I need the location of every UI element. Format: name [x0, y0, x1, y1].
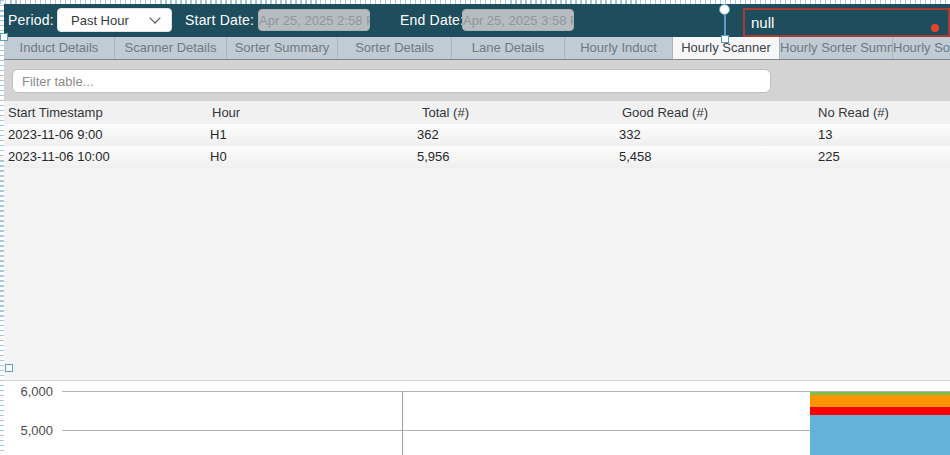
period-select[interactable]: Past Hour — [57, 8, 172, 32]
cell-good-read: 5,458 — [614, 146, 814, 168]
filter-table-input[interactable] — [12, 69, 771, 93]
tab-sorter-summary[interactable]: Sorter Summary — [227, 37, 338, 59]
cell-hour: H0 — [204, 146, 411, 168]
bar-segment-blue-good-read — [810, 415, 950, 455]
start-date-label: Start Date: — [185, 12, 254, 28]
bar-segment-orange — [810, 395, 950, 407]
end-date-input[interactable] — [462, 9, 574, 31]
column-header-start-timestamp[interactable]: Start Timestamp — [4, 101, 204, 124]
ruler-top — [0, 0, 950, 4]
cell-start-timestamp: 2023-11-06 10:00 — [4, 146, 204, 168]
filter-panel — [4, 60, 950, 101]
selection-handle-left-chart[interactable] — [5, 364, 13, 372]
table-row[interactable]: 2023-11-06 10:00 H0 5,956 5,458 225 — [4, 146, 950, 168]
column-header-no-read[interactable]: No Read (#) — [814, 101, 950, 124]
start-date-input[interactable] — [258, 9, 370, 31]
stacked-bar-h0[interactable] — [810, 392, 950, 455]
tab-sorter-details[interactable]: Sorter Details — [338, 37, 452, 59]
cell-start-timestamp: 2023-11-06 9:00 — [4, 124, 204, 146]
chevron-down-icon — [149, 12, 160, 23]
tab-hourly-sorter[interactable]: Hourly Sort — [893, 37, 950, 59]
cell-good-read: 332 — [614, 124, 814, 146]
cell-total: 5,956 — [411, 146, 614, 168]
hourly-scanner-chart: 6,000 5,000 — [4, 383, 950, 455]
column-header-hour[interactable]: Hour — [204, 101, 411, 124]
tab-hourly-induct[interactable]: Hourly Induct — [565, 37, 673, 59]
tab-strip: Induct Details Scanner Details Sorter Su… — [4, 37, 950, 60]
y-axis-tick-5000: 5,000 — [7, 423, 53, 438]
selection-handle-circle[interactable] — [719, 4, 730, 15]
null-overlay-text: null — [745, 14, 774, 31]
red-marker-dot — [931, 24, 939, 32]
bar-segment-red-no-read — [810, 407, 950, 415]
cell-no-read: 13 — [814, 124, 950, 146]
cell-hour: H1 — [204, 124, 411, 146]
cell-total: 362 — [411, 124, 614, 146]
null-overlay-box[interactable]: null — [743, 8, 950, 37]
table-row[interactable]: 2023-11-06 9:00 H1 362 332 13 — [4, 124, 950, 146]
tab-induct-details[interactable]: Induct Details — [4, 37, 115, 59]
table-header-row: Start Timestamp Hour Total (#) Good Read… — [4, 101, 950, 124]
selection-handle-left-top[interactable] — [0, 33, 8, 41]
period-label: Period: — [8, 12, 54, 28]
tab-lane-details[interactable]: Lane Details — [452, 37, 565, 59]
table-body-empty-area — [4, 168, 950, 381]
vertical-gridline — [402, 391, 403, 455]
tab-scanner-details[interactable]: Scanner Details — [115, 37, 227, 59]
toolbar: Period: Past Hour Start Date: End Date: … — [4, 4, 950, 37]
y-axis-tick-6000: 6,000 — [7, 384, 53, 399]
end-date-label: End Date: — [400, 12, 464, 28]
ruler-left — [0, 0, 4, 455]
column-header-total[interactable]: Total (#) — [411, 101, 614, 124]
cell-no-read: 225 — [814, 146, 950, 168]
selection-handle-square[interactable] — [721, 35, 729, 43]
period-select-value: Past Hour — [58, 13, 151, 28]
tab-hourly-sorter-summary[interactable]: Hourly Sorter Summar — [780, 37, 893, 59]
column-header-good-read[interactable]: Good Read (#) — [614, 101, 814, 124]
